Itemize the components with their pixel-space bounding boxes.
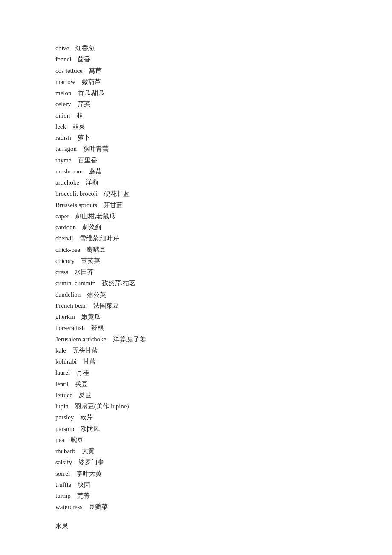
english-term: kohlrabi [55,358,77,365]
list-item: parsley 欧芹 [55,412,337,423]
chinese-term: 苣荬菜 [78,257,100,264]
english-term: fennel [55,56,71,63]
english-term: Brussels sprouts [55,202,97,208]
list-item: laurel 月桂 [55,367,337,378]
chinese-term: 雪维菜,细叶芹 [76,235,119,242]
english-term: mushroom [55,168,83,175]
chinese-term: 甘蓝 [80,358,96,365]
english-term: Jerusalem artichoke [55,336,107,343]
list-item: cress 水田芥 [55,266,337,278]
english-term: lupin [55,403,69,410]
list-item: Brussels sprouts 芽甘蓝 [55,199,337,211]
list-item: cardoon 刺菜蓟 [55,222,337,233]
list-item: cos lettuce 莴苣 [55,65,337,76]
chinese-term: 月桂 [73,369,89,376]
list-item: mushroom 蘑菇 [55,166,337,177]
chinese-term: 豌豆 [67,436,84,443]
list-item: chicory 苣荬菜 [55,255,337,266]
english-term: parsley [55,414,74,421]
chinese-term: 洋姜,鬼子姜 [110,336,146,343]
chinese-term: 莴苣 [75,392,92,399]
chinese-term: 婆罗门参 [75,459,104,465]
list-item: pea 豌豆 [55,434,337,445]
list-item: dandelion 蒲公英 [55,289,337,300]
english-term: sorrel [55,470,70,477]
chinese-term: 豆瓣菜 [86,503,108,510]
chinese-term: 水田芥 [72,269,94,275]
english-term: chick-pea [55,246,80,253]
list-item: parsnip 欧防风 [55,423,337,434]
english-term: lentil [55,381,69,387]
list-item: truffle 块菌 [55,479,337,490]
chinese-term: 嫩葫芦 [78,78,101,85]
english-term: salsify [55,459,72,465]
chinese-term: 狭叶青蒿 [80,145,109,152]
chinese-term: 大黄 [78,448,95,454]
chinese-term: 蘑菇 [86,168,102,175]
list-item: marrow 嫩葫芦 [55,76,337,87]
list-item: kohlrabi 甘蓝 [55,356,337,367]
chinese-term: 韭菜 [69,123,85,130]
english-term: gherkin [55,313,75,320]
english-term: cardoon [55,224,76,231]
list-item: lupin 羽扇豆(美作:lupine) [55,401,337,412]
chinese-term: 芽甘蓝 [100,202,123,208]
list-item: thyme 百里香 [55,155,337,166]
english-term: pea [55,436,64,443]
list-item: chervil 雪维菜,细叶芹 [55,233,337,244]
chinese-term: 芜菁 [74,492,90,499]
chinese-term: 兵豆 [72,381,88,387]
list-item: French bean 法国菜豆 [55,300,337,311]
english-term: tarragon [55,145,77,152]
chinese-term: 刺山柑,老鼠瓜 [72,213,115,220]
chinese-term: 无头甘蓝 [69,347,98,354]
chinese-term: 萝卜 [74,134,90,141]
english-term: lettuce [55,392,72,399]
chinese-term: 茴香 [75,56,91,63]
list-item: turnip 芜菁 [55,490,337,501]
vocabulary-list: chive 细香葱fennel 茴香cos lettuce 莴苣marrow 嫩… [55,43,337,532]
english-term: cress [55,269,68,275]
chinese-term: 鹰嘴豆 [84,246,106,253]
list-item: radish 萝卜 [55,132,337,143]
english-term: dandelion [55,291,81,298]
english-term: parsnip [55,425,74,432]
list-item: artichoke 洋蓟 [55,177,337,188]
list-item: melon 香瓜,甜瓜 [55,87,337,98]
list-item: sorrel 掌叶大黄 [55,468,337,479]
chinese-term: 香瓜,甜瓜 [75,90,105,96]
chinese-term: 羽扇豆(美作:lupine) [72,403,129,410]
english-term: leek [55,123,66,130]
chinese-term: 莴苣 [86,67,102,74]
list-item: kale 无头甘蓝 [55,345,337,356]
list-item: fennel 茴香 [55,54,337,65]
english-term: watercress [55,503,82,510]
chinese-term: 掌叶大黄 [73,470,102,477]
chinese-term: 块菌 [75,481,91,488]
chinese-term: 百里香 [75,157,97,164]
list-item: horseradish 辣根 [55,322,337,333]
chinese-term: 芹菜 [74,101,90,107]
english-term: chervil [55,235,73,242]
list-item: watercress 豆瓣菜 [55,501,337,512]
english-term: chive [55,45,69,52]
list-item: broccoli, brocoli 硬花甘蓝 [55,188,337,199]
english-term: French bean [55,302,87,309]
list-item: tarragon 狭叶青蒿 [55,143,337,154]
english-term: celery [55,101,71,107]
english-term: rhubarb [55,448,75,454]
english-term: onion [55,112,70,119]
english-term: radish [55,134,71,141]
list-item: rhubarb 大黄 [55,445,337,457]
english-term: laurel [55,369,70,376]
english-term: horseradish [55,324,85,331]
chinese-term: 细香葱 [72,45,95,52]
list-item: cumin, cummin 孜然芹,枯茗 [55,278,337,289]
english-term: turnip [55,492,71,499]
chinese-term: 辣根 [88,324,104,331]
chinese-term: 蒲公英 [84,291,107,298]
english-term: kale [55,347,66,354]
chinese-term: 孜然芹,枯茗 [99,280,135,286]
list-item: chick-pea 鹰嘴豆 [55,244,337,255]
english-term: cos lettuce [55,67,83,74]
